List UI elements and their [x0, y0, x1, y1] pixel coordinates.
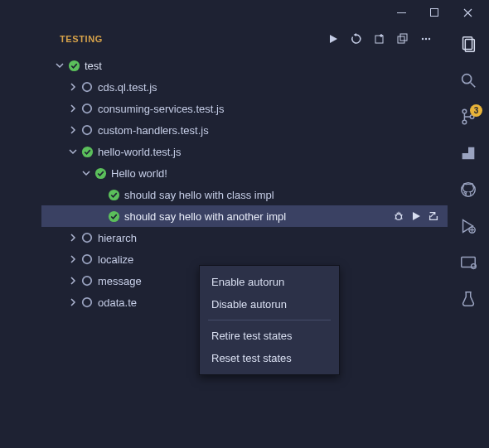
svg-point-10: [83, 104, 92, 113]
tree-root[interactable]: test: [41, 55, 448, 76]
debug-alt-icon[interactable]: [458, 215, 479, 237]
chevron-down-icon[interactable]: [66, 147, 80, 157]
tree-file[interactable]: consuming-services.test.js: [41, 98, 448, 119]
svg-point-16: [396, 214, 402, 219]
chevron-right-icon[interactable]: [66, 82, 80, 92]
window-close-button[interactable]: [451, 1, 484, 24]
svg-point-25: [462, 120, 467, 124]
tree-suite[interactable]: Hello world!: [41, 162, 448, 184]
refresh-icon[interactable]: [348, 31, 365, 47]
svg-point-23: [462, 75, 472, 84]
svg-point-17: [83, 234, 92, 243]
svg-rect-1: [430, 8, 438, 16]
unset-icon: [80, 296, 94, 308]
svg-point-20: [83, 298, 92, 307]
unset-icon: [80, 103, 94, 114]
svg-point-13: [94, 167, 105, 178]
more-icon[interactable]: [418, 31, 434, 47]
svg-point-9: [83, 83, 92, 92]
tree-label: consuming-services.test.js: [98, 103, 224, 115]
svg-point-7: [428, 38, 430, 40]
tree-label: cds.ql.test.js: [98, 81, 157, 94]
pass-icon: [106, 210, 121, 223]
menu-enable-autorun[interactable]: Enable autorun: [200, 271, 339, 293]
svg-rect-0: [397, 12, 406, 13]
tree-file[interactable]: cds.ql.test.js: [41, 76, 448, 98]
chevron-right-icon[interactable]: [66, 254, 80, 264]
tree-test[interactable]: should say hello with class impl: [41, 184, 448, 205]
run-debug-icon[interactable]: [458, 142, 479, 164]
svg-rect-3: [398, 36, 404, 43]
new-file-icon[interactable]: [371, 31, 388, 47]
window-maximize-button[interactable]: [418, 1, 451, 24]
debug-icon[interactable]: [393, 210, 404, 222]
chevron-right-icon[interactable]: [66, 125, 80, 135]
run-icon[interactable]: [411, 211, 421, 221]
svg-rect-29: [462, 258, 476, 267]
remote-icon[interactable]: [458, 252, 479, 273]
tree-label: should say hello with class impl: [124, 189, 274, 201]
pass-icon: [66, 60, 81, 72]
menu-reset-states[interactable]: Reset test states: [200, 347, 339, 369]
tree-test-selected[interactable]: should say hello with another impl: [41, 205, 448, 227]
unset-icon: [80, 124, 94, 136]
tree-label: Hello world!: [111, 167, 167, 180]
svg-rect-4: [400, 34, 407, 41]
chevron-down-icon[interactable]: [53, 60, 66, 70]
menu-retire-states[interactable]: Retire test states: [200, 325, 339, 347]
tree-label: odata.te: [98, 296, 137, 309]
unset-icon: [80, 253, 94, 265]
unset-icon: [80, 275, 94, 287]
chevron-right-icon[interactable]: [66, 297, 80, 307]
svg-point-5: [422, 38, 424, 40]
tree-file[interactable]: custom-handlers.test.js: [41, 119, 448, 141]
tree-file[interactable]: hello-world.test.js: [41, 141, 448, 162]
menu-disable-autorun[interactable]: Disable autorun: [200, 293, 339, 316]
collapse-all-icon[interactable]: [395, 31, 411, 47]
svg-point-11: [83, 126, 92, 135]
chevron-right-icon[interactable]: [66, 276, 80, 286]
svg-point-15: [108, 210, 119, 221]
window-minimize-button[interactable]: [385, 1, 418, 24]
svg-point-6: [425, 38, 427, 40]
tree-label: message: [98, 275, 142, 287]
svg-point-12: [81, 146, 92, 157]
github-icon[interactable]: [458, 179, 479, 200]
context-menu: Enable autorun Disable autorun Retire te…: [199, 265, 340, 375]
pass-icon: [106, 189, 121, 201]
tree-label: custom-handlers.test.js: [98, 124, 209, 137]
panel-title: TESTING: [60, 34, 103, 44]
unset-icon: [80, 81, 94, 93]
svg-point-8: [68, 60, 79, 70]
tree-label: localize: [98, 253, 133, 266]
svg-point-24: [462, 109, 467, 113]
scm-badge: 3: [470, 104, 482, 117]
chevron-right-icon[interactable]: [66, 104, 80, 113]
chevron-right-icon[interactable]: [66, 233, 80, 243]
svg-point-14: [108, 189, 119, 200]
pass-icon: [80, 146, 94, 158]
tree-label: hierarch: [98, 232, 137, 244]
run-all-icon[interactable]: [325, 31, 341, 47]
source-control-icon[interactable]: 3: [458, 106, 479, 128]
tree-label: should say hello with another impl: [124, 210, 286, 223]
chevron-down-icon[interactable]: [80, 168, 93, 178]
pass-icon: [93, 167, 108, 180]
tree-label: test: [85, 60, 102, 72]
svg-point-18: [83, 255, 92, 264]
search-icon[interactable]: [458, 70, 479, 91]
explorer-icon[interactable]: [458, 33, 479, 55]
svg-point-19: [83, 277, 92, 286]
tree-file[interactable]: hierarch: [41, 227, 448, 248]
menu-separator: [208, 320, 331, 320]
goto-icon[interactable]: [428, 210, 439, 222]
unset-icon: [80, 232, 94, 243]
testing-icon[interactable]: [458, 288, 479, 310]
tree-label: hello-world.test.js: [98, 146, 181, 158]
